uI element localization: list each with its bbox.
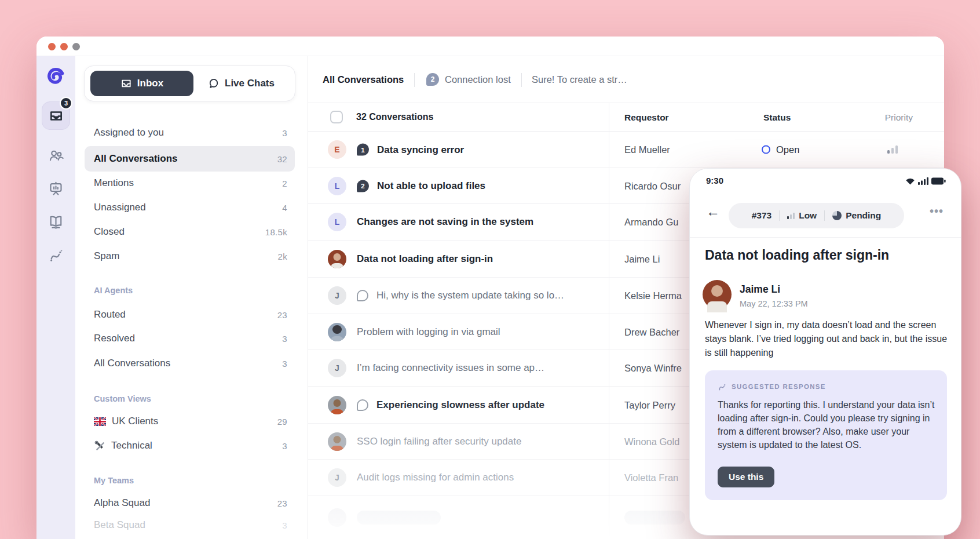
sidebar-item-team[interactable] [48,147,64,163]
inbox-icon [49,108,64,123]
sender-avatar [703,280,732,309]
book-icon [48,214,64,230]
avatar: J [328,359,346,377]
phone-clock: 9:30 [706,176,723,185]
sidebar-item-label: Resolved [94,333,135,344]
sidebar-item-automation[interactable] [48,247,64,263]
conversation-title: Data syncing error [377,144,464,155]
sidebar-item-mentions[interactable]: Mentions 2 [94,176,287,190]
more-menu-icon[interactable]: ••• [930,205,944,218]
sidebar-item-label: Technical [111,440,152,451]
tab-all-conversations[interactable]: All Conversations [323,74,404,85]
suggested-response-text: Thanks for reporting this. I understand … [718,398,935,451]
requestor-name: Winona Gold [624,436,679,447]
avatar: J [328,286,346,305]
requestor-name: Armando Gu [624,217,679,228]
sidebar-item-count: 3 [282,359,287,369]
priority-low-icon [787,213,795,219]
sidebar-item-knowledge-base[interactable] [48,213,64,230]
icon-rail: 3 [36,56,75,539]
window-close-button[interactable] [48,43,56,50]
sidebar-item-label: Unassigned [94,202,146,213]
section-header-custom-views: Custom Views [94,393,151,405]
sidebar-item-routed[interactable]: Routed 23 [94,308,287,322]
sidebar-item-ai-all-conversations[interactable]: All Conversations 3 [94,356,287,370]
requestor-name: Ricardo Osur [624,180,681,191]
chat-bubble-icon [357,399,368,411]
tab-connection-lost-badge[interactable]: 2 [426,73,439,86]
sidebar-item-beta-squad[interactable]: Beta Squad 3 [94,518,287,532]
sidebar-item-count: 3 [282,520,287,530]
column-header-status[interactable]: Status [763,112,791,123]
conversation-count: 32 Conversations [356,112,433,122]
column-header-priority[interactable]: Priority [885,112,913,123]
ticket-priority: Low [799,210,817,221]
pill-divider [779,210,780,221]
conversation-title: SSO login failing after security update [357,436,521,447]
use-this-button[interactable]: Use this [718,467,774,487]
sidebar-item-label: Alpha Squad [94,497,150,509]
sidebar-item-unassigned[interactable]: Unassigned 4 [94,201,287,214]
requestor-name: Sonya Winfre [624,363,682,374]
sidebar-item-count: 2k [278,252,287,261]
sidebar-item-count: 3 [282,128,287,138]
battery-icon [931,177,946,185]
ticket-status: Pending [846,210,881,221]
toggle-live-chats-label: Live Chats [225,78,275,89]
sidebar-item-spam[interactable]: Spam 2k [94,249,287,263]
window-minimize-button[interactable] [60,43,68,50]
pending-status-icon [832,211,842,220]
sidebar-item-closed[interactable]: Closed 18.5k [94,225,287,239]
sidebar-item-alpha-squad[interactable]: Alpha Squad 23 [94,496,287,510]
tab-connection-lost[interactable]: Connection lost [445,74,511,85]
column-header-requestor[interactable]: Requestor [624,112,669,123]
window-zoom-button[interactable] [72,43,80,50]
tab-sure-to-create[interactable]: Sure! To create a str… [532,74,627,85]
tab-separator [414,73,415,87]
skeleton-avatar [328,508,346,527]
sidebar-item-label: Routed [94,309,126,321]
sidebar-item-assigned-to-you[interactable]: Assigned to you 3 [94,126,287,140]
back-arrow-icon[interactable]: ← [706,205,720,218]
pill-divider [824,210,825,221]
requestor-name: Kelsie Herma [624,290,682,301]
ticket-meta-pill: #373 Low Pending [729,203,904,228]
table-row[interactable]: E 1 Data syncing error Ed Mueller Open [308,132,944,168]
reports-icon [48,181,64,196]
conversation-title: Problem with logging in via gmail [357,326,500,338]
sidebar-item-label: Spam [94,250,119,262]
sidebar-item-label: Mentions [94,177,134,189]
unread-count-badge: 2 [357,180,369,192]
sidebar-item-uk-clients[interactable]: UK Clients 29 [94,414,287,428]
sidebar-item-technical[interactable]: Technical 3 [94,439,287,453]
inbox-livechats-toggle: Inbox Live Chats [84,65,295,101]
sidebar-item-count: 2 [282,179,287,188]
app-logo-icon[interactable] [45,65,67,88]
sidebar-item-label: All Conversations [94,153,178,165]
toggle-live-chats[interactable]: Live Chats [193,71,289,96]
select-all-checkbox[interactable] [330,111,343,123]
phone-status-icons [905,177,946,185]
window-titlebar [36,37,944,56]
tab-separator [521,73,522,87]
sidebar-item-count: 23 [277,498,287,508]
toggle-inbox-label: Inbox [137,78,163,89]
sidebar-item-label: Beta Squad [94,519,145,531]
sidebar-item-reports[interactable] [48,180,64,196]
requestor-name: Ed Mueller [624,144,670,155]
sidebar-item-resolved[interactable]: Resolved 3 [94,332,287,345]
sidebar-item-label: UK Clients [112,416,158,427]
status-badge: Open [762,144,799,155]
skeleton-requestor-bar [624,511,685,525]
sidebar-item-all-conversations[interactable]: All Conversations 32 [94,152,287,166]
conversation-title: I’m facing connectivity issues in some a… [357,362,544,374]
requestor-name: Violetta Fran [624,472,678,483]
tools-icon [94,440,105,451]
divider [690,237,961,238]
wifi-icon [905,177,915,185]
sidebar-item-label: All Conversations [94,358,170,369]
ticket-title: Data not loading after sign-in [705,247,889,263]
cellular-icon [918,177,928,185]
open-status-icon [762,145,770,154]
toggle-inbox[interactable]: Inbox [90,71,193,96]
